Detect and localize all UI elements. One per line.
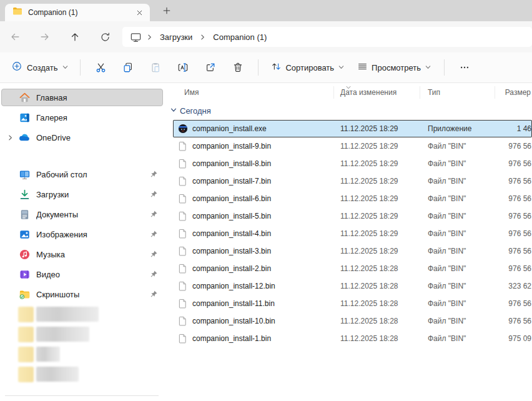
explorer-tab[interactable]: Companion (1)	[5, 4, 150, 21]
sidebar-item-redacted-3[interactable]	[1, 345, 163, 363]
sidebar-item-music[interactable]: Музыка	[1, 245, 163, 263]
file-row-companion_install-5.bin[interactable]: companion_install-5.bin 11.12.2025 18:29…	[173, 207, 532, 225]
navigation-pane: Главная Галерея OneDrive Рабочий стол За…	[0, 83, 165, 401]
file-date: 11.12.2025 18:29	[334, 177, 420, 186]
file-size: 1 46	[495, 124, 532, 133]
file-row-companion_install-6.bin[interactable]: companion_install-6.bin 11.12.2025 18:29…	[173, 190, 532, 207]
sidebar-item-redacted-4[interactable]	[1, 365, 163, 383]
breadcrumb-downloads[interactable]: Загрузки	[156, 32, 196, 42]
file-date: 11.12.2025 18:29	[334, 247, 420, 255]
file-type: Файл "BIN"	[420, 282, 495, 290]
file-name-cell: companion_install-8.bin	[173, 159, 334, 169]
toolbar-separator	[80, 59, 81, 76]
file-row-companion_install.exe[interactable]: companion_install.exe 11.12.2025 18:29 П…	[173, 120, 532, 137]
view-button[interactable]: Просмотреть	[351, 57, 438, 78]
redacted-folder-icon	[18, 307, 34, 322]
file-size: 976 56	[495, 159, 532, 168]
file-type: Файл "BIN"	[420, 229, 495, 238]
file-row-companion_install-4.bin[interactable]: companion_install-4.bin 11.12.2025 18:29…	[173, 225, 532, 242]
file-type: Файл "BIN"	[420, 142, 495, 151]
sort-button[interactable]: Сортировать	[265, 57, 351, 78]
rename-button[interactable]	[169, 57, 197, 78]
more-options-button[interactable]	[451, 57, 478, 78]
file-row-companion_install-1.bin[interactable]: companion_install-1.bin 11.12.2025 18:28…	[173, 330, 532, 347]
file-name: companion_install-1.bin	[192, 334, 271, 343]
file-row-companion_install-12.bin[interactable]: companion_install-12.bin 11.12.2025 18:2…	[173, 277, 532, 295]
sidebar-item-gallery[interactable]: Галерея	[1, 109, 163, 126]
column-header-type[interactable]: Тип	[420, 86, 495, 99]
file-row-companion_install-8.bin[interactable]: companion_install-8.bin 11.12.2025 18:29…	[173, 155, 532, 172]
refresh-button[interactable]	[94, 26, 116, 47]
file-name-cell: companion_install-1.bin	[173, 334, 334, 344]
sidebar-item-onedrive[interactable]: OneDrive	[1, 129, 163, 146]
up-button[interactable]	[64, 26, 86, 47]
chevron-down-icon	[425, 62, 431, 73]
expand-chevron-icon[interactable]	[2, 134, 18, 141]
sidebar-item-desktop[interactable]: Рабочий стол	[1, 166, 163, 183]
new-button[interactable]: Создать	[6, 57, 74, 78]
breadcrumb-current-folder[interactable]: Companion (1)	[209, 32, 270, 42]
sort-icon	[271, 61, 282, 74]
column-header-size[interactable]: Размер	[495, 86, 532, 99]
sidebar-item-video[interactable]: Видео	[1, 265, 163, 283]
chevron-down-icon[interactable]	[170, 106, 177, 116]
paste-button[interactable]	[142, 57, 169, 78]
sidebar-item-label: Видео	[36, 270, 146, 279]
redacted-label	[36, 367, 79, 382]
file-size: 976 56	[495, 264, 532, 273]
file-size: 976 56	[495, 142, 532, 151]
share-button[interactable]	[197, 57, 224, 78]
column-header-name[interactable]: Имя	[165, 86, 334, 99]
file-row-companion_install-9.bin[interactable]: companion_install-9.bin 11.12.2025 18:29…	[173, 137, 532, 155]
file-row-companion_install-7.bin[interactable]: companion_install-7.bin 11.12.2025 18:29…	[173, 172, 532, 190]
file-date: 11.12.2025 18:28	[334, 317, 420, 325]
sidebar-item-redacted-1[interactable]	[1, 305, 163, 323]
file-type: Файл "BIN"	[420, 212, 495, 220]
bin-file-icon	[178, 211, 188, 221]
sidebar-item-redacted-2[interactable]	[1, 325, 163, 343]
file-row-companion_install-3.bin[interactable]: companion_install-3.bin 11.12.2025 18:29…	[173, 242, 532, 260]
new-tab-button[interactable]	[159, 2, 175, 19]
redacted-folder-icon	[18, 347, 34, 362]
back-button[interactable]	[4, 26, 26, 47]
close-tab-icon[interactable]	[132, 6, 146, 19]
file-row-companion_install-10.bin[interactable]: companion_install-10.bin 11.12.2025 18:2…	[173, 312, 532, 330]
file-date: 11.12.2025 18:29	[334, 229, 420, 238]
copy-button[interactable]	[114, 57, 142, 78]
delete-button[interactable]	[224, 57, 252, 78]
desktop-icon	[18, 168, 31, 181]
address-bar[interactable]: Загрузки Companion (1)	[122, 27, 532, 47]
cut-button[interactable]	[87, 57, 114, 78]
sidebar-item-home[interactable]: Главная	[1, 89, 163, 106]
forward-button[interactable]	[34, 26, 56, 47]
bin-file-icon	[178, 281, 188, 291]
redacted-folder-icon	[18, 327, 34, 342]
bin-file-icon	[178, 316, 188, 326]
chevron-down-icon	[62, 62, 69, 73]
redacted-label	[36, 347, 60, 362]
sidebar-item-documents[interactable]: Документы	[1, 205, 163, 223]
group-label: Сегодня	[180, 106, 211, 116]
file-size: 976 56	[495, 317, 532, 325]
chevron-right-icon	[196, 34, 209, 41]
bin-file-icon	[178, 334, 188, 344]
sidebar-item-downloads[interactable]: Загрузки	[1, 186, 163, 203]
file-row-companion_install-2.bin[interactable]: companion_install-2.bin 11.12.2025 18:28…	[173, 260, 532, 277]
file-type: Файл "BIN"	[420, 299, 495, 308]
pin-icon	[146, 270, 161, 279]
this-pc-icon[interactable]	[130, 31, 142, 43]
file-size: 976 56	[495, 212, 532, 220]
group-header-today[interactable]: Сегодня	[170, 103, 532, 118]
file-name-cell: companion_install.exe	[173, 124, 334, 134]
file-row-companion_install-11.bin[interactable]: companion_install-11.bin 11.12.2025 18:2…	[173, 295, 532, 312]
file-name-cell: companion_install-11.bin	[173, 299, 334, 309]
column-headers: Имя Дата изменения Тип Размер	[165, 84, 532, 101]
sidebar-separator	[5, 395, 159, 396]
file-name: companion_install-9.bin	[192, 142, 271, 151]
column-header-date[interactable]: Дата изменения	[334, 86, 420, 99]
sidebar-item-pictures[interactable]: Изображения	[1, 225, 163, 243]
sidebar-item-screenshots[interactable]: Скриншоты	[1, 285, 163, 303]
sidebar-item-label: Музыка	[36, 250, 146, 259]
new-circle-plus-icon	[11, 61, 22, 74]
redacted-folder-icon	[18, 367, 34, 382]
